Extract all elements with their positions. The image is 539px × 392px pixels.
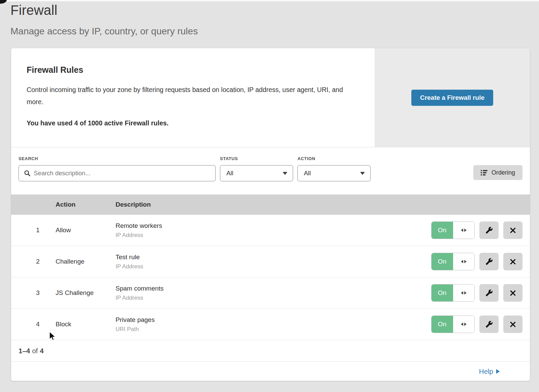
rule-action: Challenge <box>56 258 116 265</box>
create-firewall-rule-button[interactable]: Create a Firewall rule <box>411 90 493 106</box>
edit-rule-button[interactable] <box>479 315 499 333</box>
wrench-icon <box>485 289 493 297</box>
toggle-on-label: On <box>431 315 453 333</box>
action-select-value: All <box>304 170 311 177</box>
delete-rule-button[interactable] <box>503 253 522 270</box>
rule-enabled-toggle[interactable]: On <box>431 284 475 302</box>
close-icon <box>509 321 516 328</box>
rule-controls: On <box>430 315 530 333</box>
rule-controls: On <box>430 221 530 239</box>
delete-rule-button[interactable] <box>503 284 522 302</box>
search-box <box>19 165 216 181</box>
close-icon <box>509 227 516 234</box>
filters-bar: SEARCH STATUS All ACTION All <box>11 147 530 194</box>
rule-controls: On <box>430 284 530 302</box>
toggle-on-label: On <box>431 221 453 239</box>
rule-description: Spam comments <box>116 285 430 292</box>
delete-rule-button[interactable] <box>503 221 522 239</box>
pagination-total: 4 <box>40 347 43 355</box>
rule-action: Allow <box>56 227 116 234</box>
chevron-down-icon <box>283 172 287 175</box>
status-select[interactable]: All <box>220 165 293 181</box>
search-icon <box>24 170 31 177</box>
rule-description-cell: Test rule IP Address <box>116 253 430 270</box>
ordering-button[interactable]: Ordering <box>473 165 522 180</box>
delete-rule-button[interactable] <box>503 315 522 333</box>
toggle-arrows-icon <box>453 316 474 333</box>
intro-text-panel: Firewall Rules Control incoming traffic … <box>11 48 375 147</box>
wrench-icon <box>485 258 493 265</box>
triangle-right-icon <box>496 369 500 374</box>
table-row: 1 Allow Remote workers IP Address On <box>11 215 530 246</box>
table-header: Action Description <box>11 194 530 215</box>
rule-description: Test rule <box>116 253 430 261</box>
rule-match-type: IP Address <box>116 295 430 301</box>
rule-enabled-toggle[interactable]: On <box>431 315 475 333</box>
toggle-arrows-icon <box>453 222 474 239</box>
usage-note: You have used 4 of 1000 active Firewall … <box>27 119 359 127</box>
pagination-separator: of <box>32 347 38 355</box>
action-column-header: Action <box>56 201 116 208</box>
rule-priority: 1 <box>11 227 56 234</box>
edit-rule-button[interactable] <box>479 221 499 239</box>
pagination: 1–4 of 4 <box>11 340 530 362</box>
page-title: Firewall <box>10 3 198 18</box>
rule-description-cell: Remote workers IP Address <box>116 222 430 239</box>
status-label: STATUS <box>220 156 293 161</box>
page-header: Firewall Manage access by IP, country, o… <box>10 3 198 37</box>
section-description: Control incoming traffic to your zone by… <box>27 84 347 108</box>
create-rule-panel: Create a Firewall rule <box>375 48 530 147</box>
table-row: 4 Block Private pages URI Path On <box>11 309 530 340</box>
help-link-label: Help <box>479 367 493 375</box>
intro-section: Firewall Rules Control incoming traffic … <box>11 48 530 147</box>
rule-priority: 3 <box>11 289 56 297</box>
action-filter-group: ACTION All <box>297 156 371 181</box>
toggle-on-label: On <box>431 253 453 270</box>
rule-action: JS Challenge <box>56 289 116 297</box>
card-footer: Help <box>11 362 530 381</box>
pagination-range: 1–4 <box>19 347 30 355</box>
chevron-down-icon <box>360 172 365 175</box>
action-label: ACTION <box>297 156 371 161</box>
rule-description: Remote workers <box>116 222 430 230</box>
description-column-header: Description <box>116 201 430 208</box>
rule-match-type: URI Path <box>116 326 430 333</box>
rule-priority: 2 <box>11 258 56 265</box>
ordering-list-icon <box>481 170 487 176</box>
table-row: 2 Challenge Test rule IP Address On <box>11 246 530 277</box>
search-input[interactable] <box>19 165 216 181</box>
rule-description-cell: Spam comments IP Address <box>116 285 430 301</box>
section-heading: Firewall Rules <box>27 65 359 75</box>
rule-priority: 4 <box>11 321 56 328</box>
firewall-rules-card: Firewall Rules Control incoming traffic … <box>11 48 530 381</box>
action-select[interactable]: All <box>297 165 371 181</box>
rule-action: Block <box>56 321 116 328</box>
status-filter-group: STATUS All <box>220 156 293 181</box>
search-filter-group: SEARCH <box>19 156 216 181</box>
rule-description: Private pages <box>116 316 430 324</box>
table-row: 3 JS Challenge Spam comments IP Address … <box>11 277 530 309</box>
close-icon <box>509 290 516 297</box>
toggle-on-label: On <box>431 284 453 302</box>
rule-match-type: IP Address <box>116 263 430 270</box>
rule-enabled-toggle[interactable]: On <box>431 221 475 239</box>
toggle-arrows-icon <box>453 253 474 270</box>
ordering-button-label: Ordering <box>492 169 515 176</box>
rule-description-cell: Private pages URI Path <box>116 316 430 333</box>
rule-controls: On <box>430 253 530 270</box>
toggle-arrows-icon <box>453 284 474 301</box>
search-label: SEARCH <box>19 156 216 161</box>
page-subtitle: Manage access by IP, country, or query r… <box>10 26 198 37</box>
rule-enabled-toggle[interactable]: On <box>431 253 475 270</box>
wrench-icon <box>485 321 493 328</box>
window-top-edge <box>0 0 539 1</box>
status-select-value: All <box>226 170 233 177</box>
rule-match-type: IP Address <box>116 232 430 239</box>
edit-rule-button[interactable] <box>479 284 499 302</box>
edit-rule-button[interactable] <box>479 253 499 270</box>
help-link[interactable]: Help <box>479 367 500 375</box>
wrench-icon <box>485 227 493 234</box>
close-icon <box>509 258 516 265</box>
window-corner <box>0 0 7 4</box>
